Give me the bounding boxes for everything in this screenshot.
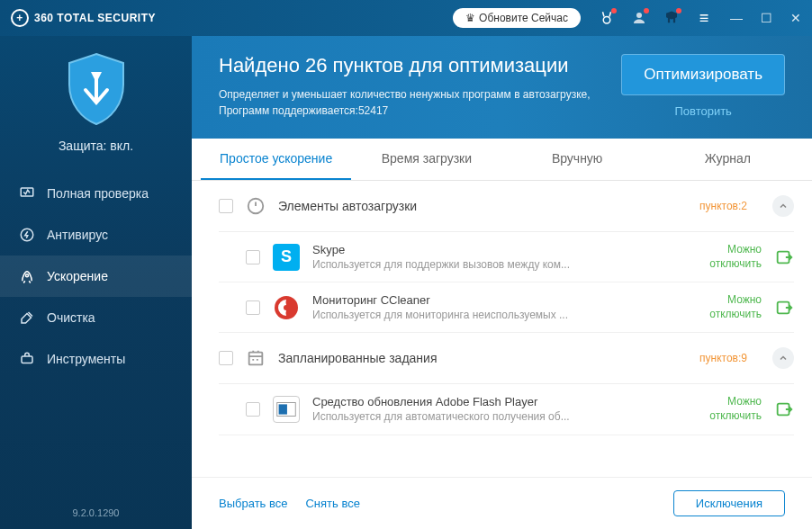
calendar-icon bbox=[246, 348, 266, 368]
hero-subtitle: Определяет и уменьшает количество ненужн… bbox=[219, 86, 603, 119]
nav-label: Очистка bbox=[47, 310, 95, 325]
disable-action-icon[interactable] bbox=[774, 298, 794, 318]
item-checkbox[interactable] bbox=[246, 250, 260, 264]
item-status: Можноотключить bbox=[690, 293, 762, 321]
svg-rect-10 bbox=[249, 353, 263, 365]
nav-label: Полная проверка bbox=[47, 186, 149, 201]
item-ccleaner: Мониторинг CCleaner Используется для мон… bbox=[219, 282, 794, 333]
toolbox-icon bbox=[18, 350, 36, 368]
shield-icon bbox=[64, 52, 129, 128]
upgrade-button[interactable]: ♛ Обновите Сейчас bbox=[453, 8, 581, 28]
skype-icon: S bbox=[273, 244, 300, 271]
protection-status: Защита: вкл. bbox=[0, 36, 192, 173]
menu-icon[interactable]: ≡ bbox=[696, 10, 712, 26]
broom-icon bbox=[18, 309, 36, 327]
minimize-button[interactable]: — bbox=[730, 11, 743, 25]
power-icon bbox=[246, 196, 266, 216]
svg-point-8 bbox=[275, 296, 298, 319]
logo-icon: + bbox=[11, 9, 29, 27]
deselect-all-link[interactable]: Снять все bbox=[305, 497, 359, 510]
section-title: Элементы автозагрузки bbox=[278, 199, 687, 213]
section-count: пунктов:2 bbox=[699, 200, 747, 212]
chevron-up-icon[interactable] bbox=[772, 347, 794, 369]
rocket-icon bbox=[18, 267, 36, 285]
tab-manual[interactable]: Вручную bbox=[502, 139, 653, 180]
status-text: Защита: вкл. bbox=[59, 139, 133, 153]
item-checkbox[interactable] bbox=[246, 402, 260, 417]
titlebar: + 360 TOTAL SECURITY ♛ Обновите Сейчас ≡ bbox=[0, 0, 812, 36]
brand-name: 360 TOTAL SECURITY bbox=[34, 12, 156, 24]
select-all-link[interactable]: Выбрать все bbox=[219, 497, 287, 510]
maximize-button[interactable]: ☐ bbox=[761, 11, 772, 25]
section-count: пунктов:9 bbox=[699, 352, 747, 364]
item-name: Skype bbox=[312, 243, 677, 256]
tab-log[interactable]: Журнал bbox=[653, 139, 803, 180]
window-controls: — ☐ ✕ bbox=[730, 11, 801, 25]
section-checkbox[interactable] bbox=[219, 351, 233, 365]
nav-label: Ускорение bbox=[47, 269, 108, 283]
nav-label: Инструменты bbox=[47, 352, 125, 366]
svg-point-1 bbox=[636, 13, 642, 18]
upgrade-label: Обновите Сейчас bbox=[479, 12, 568, 24]
optimize-button[interactable]: Оптимизировать bbox=[621, 54, 785, 95]
disable-action-icon[interactable] bbox=[774, 247, 794, 267]
nav-tools[interactable]: Инструменты bbox=[0, 338, 192, 380]
main-panel: Найдено 26 пунктов для оптимизации Опред… bbox=[192, 36, 812, 529]
nav: Полная проверка Антивирус Ускорение Очис… bbox=[0, 173, 192, 497]
crown-icon: ♛ bbox=[465, 12, 475, 24]
item-desc: Используется для мониторинга неиспользуе… bbox=[312, 309, 677, 321]
footer: Выбрать все Снять все Исключения bbox=[192, 477, 812, 529]
nav-speedup[interactable]: Ускорение bbox=[0, 256, 192, 297]
item-flash: Средство обновления Adobe Flash Player И… bbox=[219, 384, 794, 435]
tab-simple-speedup[interactable]: Простое ускорение bbox=[201, 139, 351, 180]
tab-boot-time[interactable]: Время загрузки bbox=[351, 139, 501, 180]
svg-rect-12 bbox=[279, 404, 287, 414]
nav-full-check[interactable]: Полная проверка bbox=[0, 173, 192, 214]
close-button[interactable]: ✕ bbox=[790, 11, 801, 25]
content-area: Элементы автозагрузки пунктов:2 S Skype … bbox=[192, 181, 812, 477]
item-name: Мониторинг CCleaner bbox=[312, 293, 677, 307]
exceptions-button[interactable]: Исключения bbox=[673, 490, 785, 516]
svg-point-4 bbox=[26, 274, 29, 277]
app-logo: + 360 TOTAL SECURITY bbox=[11, 9, 156, 27]
section-title: Запланированные задания bbox=[278, 351, 687, 365]
version-text: 9.2.0.1290 bbox=[0, 497, 192, 529]
bolt-circle-icon bbox=[18, 226, 36, 244]
sidebar: Защита: вкл. Полная проверка Антивирус У… bbox=[0, 36, 192, 529]
item-status: Можноотключить bbox=[690, 243, 762, 271]
item-checkbox[interactable] bbox=[246, 300, 260, 315]
flash-icon bbox=[273, 396, 300, 423]
nav-antivirus[interactable]: Антивирус bbox=[0, 214, 192, 256]
item-skype: S Skype Используется для поддержки вызов… bbox=[219, 232, 794, 282]
theme-icon[interactable] bbox=[663, 10, 680, 26]
titlebar-icons: ≡ bbox=[599, 10, 712, 26]
svg-point-0 bbox=[603, 17, 610, 24]
retry-link[interactable]: Повторить bbox=[674, 104, 731, 118]
item-name: Средство обновления Adobe Flash Player bbox=[312, 395, 677, 408]
chevron-up-icon[interactable] bbox=[772, 195, 794, 217]
section-checkbox[interactable] bbox=[219, 199, 233, 213]
item-status: Можноотключить bbox=[690, 395, 762, 423]
hero-title: Найдено 26 пунктов для оптимизации bbox=[219, 54, 603, 77]
nav-cleanup[interactable]: Очистка bbox=[0, 297, 192, 338]
tabs: Простое ускорение Время загрузки Вручную… bbox=[192, 139, 812, 181]
section-scheduled: Запланированные задания пунктов:9 bbox=[219, 333, 794, 384]
monitor-icon bbox=[18, 184, 36, 202]
ccleaner-icon bbox=[273, 294, 300, 321]
user-icon[interactable] bbox=[631, 10, 647, 26]
svg-rect-5 bbox=[22, 356, 32, 363]
hero-banner: Найдено 26 пунктов для оптимизации Опред… bbox=[192, 36, 812, 139]
section-startup: Элементы автозагрузки пунктов:2 bbox=[219, 181, 794, 232]
nav-label: Антивирус bbox=[47, 228, 108, 242]
disable-action-icon[interactable] bbox=[774, 399, 794, 419]
medal-icon[interactable] bbox=[599, 10, 615, 26]
item-desc: Используется для поддержки вызовов между… bbox=[312, 258, 677, 271]
item-desc: Используется для автоматического получен… bbox=[312, 410, 677, 423]
